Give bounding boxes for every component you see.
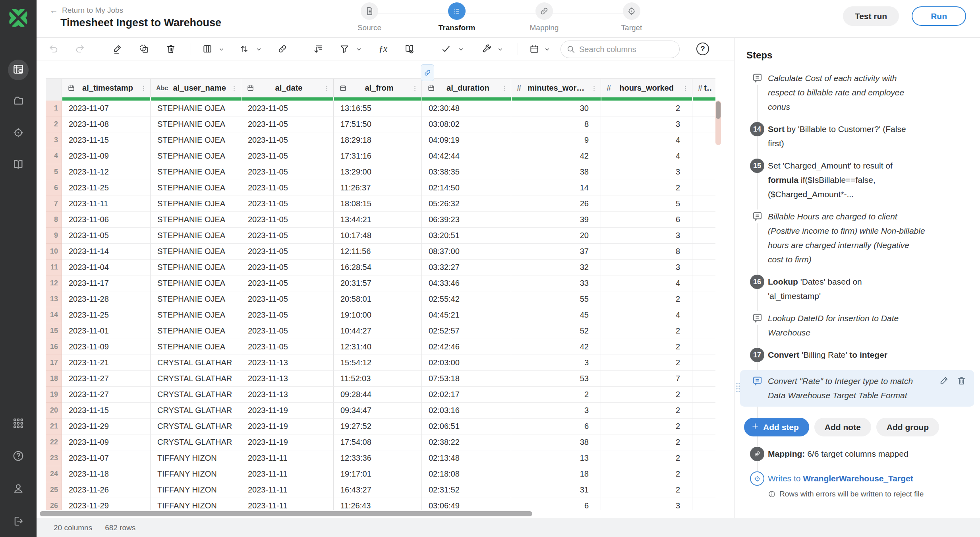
cell-al_duration[interactable]: 02:52:57 [422, 323, 511, 339]
row-number[interactable]: 22 [46, 434, 62, 450]
cell-al_date[interactable]: 2023-11-19 [241, 419, 334, 434]
cell-al_timestamp[interactable]: 2023-11-09 [62, 434, 151, 450]
writes-to-link[interactable]: Writes to WranglerWarehouse_Target [768, 474, 913, 483]
cell-al_user_name[interactable]: CRYSTAL GLATHAR [151, 419, 241, 434]
cell-minutes_wor…[interactable]: 32 [511, 260, 601, 275]
add-note-button[interactable]: Add note [814, 418, 871, 436]
cell-al_user_name[interactable]: STEPHANIE OJEA [151, 148, 241, 164]
cell-minutes_wor…[interactable]: 37 [511, 244, 601, 260]
row-number[interactable]: 8 [46, 212, 62, 228]
cell-tot[interactable] [692, 291, 715, 307]
duplicate-icon[interactable] [137, 42, 151, 56]
cell-al_user_name[interactable]: CRYSTAL GLATHAR [151, 387, 241, 403]
cell-al_duration[interactable]: 04:09:19 [422, 132, 511, 148]
cell-al_date[interactable]: 2023-11-05 [241, 228, 334, 244]
sidebar-item-help[interactable] [11, 450, 25, 464]
row-number[interactable]: 7 [46, 196, 62, 212]
cell-al_date[interactable]: 2023-11-05 [241, 132, 334, 148]
cell-al_timestamp[interactable]: 2023-11-01 [62, 323, 151, 339]
cell-al_user_name[interactable]: STEPHANIE OJEA [151, 212, 241, 228]
search-columns-input[interactable] [561, 41, 680, 58]
cell-al_timestamp[interactable]: 2023-11-15 [62, 403, 151, 419]
row-number[interactable]: 17 [46, 355, 62, 371]
cell-hours_worked[interactable]: 2 [601, 466, 692, 482]
help-icon[interactable] [696, 43, 709, 55]
cell-tot[interactable] [692, 498, 715, 510]
cell-minutes_wor…[interactable]: 13 [511, 450, 601, 466]
cell-al_date[interactable]: 2023-11-05 [241, 323, 334, 339]
cell-al_user_name[interactable]: STEPHANIE OJEA [151, 275, 241, 291]
cell-hours_worked[interactable]: 2 [601, 434, 692, 450]
add-group-button[interactable]: Add group [876, 418, 939, 436]
row-number[interactable]: 4 [46, 148, 62, 164]
cell-al_date[interactable]: 2023-11-05 [241, 116, 334, 132]
brand-clover-logo-icon[interactable] [7, 6, 30, 29]
cell-minutes_wor…[interactable]: 42 [511, 148, 601, 164]
row-number[interactable]: 21 [46, 419, 62, 434]
cell-minutes_wor…[interactable]: 55 [511, 291, 601, 307]
column-menu-kebab-icon[interactable] [682, 84, 689, 93]
cell-al_date[interactable]: 2023-11-11 [241, 498, 334, 510]
cell-al_from[interactable]: 12:33:36 [334, 450, 422, 466]
column-header-al_from[interactable]: al_from [334, 79, 422, 97]
cell-minutes_wor…[interactable]: 18 [511, 466, 601, 482]
cell-al_user_name[interactable]: TIFFANY HIZON [151, 450, 241, 466]
sidebar-item-projects[interactable] [8, 91, 29, 112]
cell-minutes_wor…[interactable]: 31 [511, 482, 601, 498]
step-note[interactable]: Calculate Cost of each activity withresp… [735, 71, 980, 114]
cell-al_duration[interactable]: 02:14:50 [422, 180, 511, 196]
cell-al_user_name[interactable]: STEPHANIE OJEA [151, 291, 241, 307]
cell-al_timestamp[interactable]: 2023-11-25 [62, 307, 151, 323]
cell-al_date[interactable]: 2023-11-05 [241, 275, 334, 291]
cell-al_timestamp[interactable]: 2023-11-21 [62, 355, 151, 371]
lookup-book-icon[interactable] [402, 42, 416, 56]
cell-al_date[interactable]: 2023-11-19 [241, 434, 334, 450]
selected-note-card[interactable]: Convert "Rate" to Integer type to matchD… [740, 370, 974, 407]
cell-hours_worked[interactable]: 2 [601, 387, 692, 403]
tab-target[interactable]: Target [588, 2, 675, 32]
cell-minutes_wor…[interactable]: 26 [511, 196, 601, 212]
cell-al_date[interactable]: 2023-11-11 [241, 466, 334, 482]
cell-al_timestamp[interactable]: 2023-11-29 [62, 498, 151, 510]
column-header-al_timestamp[interactable]: al_timestamp [62, 79, 151, 97]
edit-note-icon[interactable] [939, 376, 949, 386]
step-16[interactable]: 16Lookup 'Dates' based on'al_timestamp' [735, 275, 980, 303]
group-rows-icon[interactable] [312, 42, 325, 56]
cell-minutes_wor…[interactable]: 3 [511, 403, 601, 419]
step-15[interactable]: 15Set 'Charged_Amount' to result offormu… [735, 159, 980, 202]
cell-al_date[interactable]: 2023-11-13 [241, 371, 334, 387]
cell-al_from[interactable]: 11:26:37 [334, 180, 422, 196]
cell-al_from[interactable]: 12:31:40 [334, 339, 422, 355]
cell-al_from[interactable]: 10:17:48 [334, 228, 422, 244]
cell-al_user_name[interactable]: STEPHANIE OJEA [151, 196, 241, 212]
cell-al_date[interactable]: 2023-11-05 [241, 148, 334, 164]
row-number[interactable]: 25 [46, 482, 62, 498]
cell-al_user_name[interactable]: STEPHANIE OJEA [151, 228, 241, 244]
row-number[interactable]: 14 [46, 307, 62, 323]
row-number[interactable]: 15 [46, 323, 62, 339]
cell-minutes_wor…[interactable]: 42 [511, 339, 601, 355]
cell-al_user_name[interactable]: TIFFANY HIZON [151, 466, 241, 482]
cell-al_user_name[interactable]: STEPHANIE OJEA [151, 339, 241, 355]
horizontal-scrollbar[interactable] [40, 511, 532, 516]
cell-al_timestamp[interactable]: 2023-11-17 [62, 275, 151, 291]
cell-al_from[interactable]: 15:54:12 [334, 355, 422, 371]
delete-trash-icon[interactable] [164, 42, 178, 56]
cell-hours_worked[interactable]: 2 [601, 419, 692, 434]
cell-al_duration[interactable]: 02:03:16 [422, 403, 511, 419]
cell-al_from[interactable]: 13:44:21 [334, 212, 422, 228]
mapping-summary-row[interactable]: Mapping: 6/6 target columns mapped [750, 447, 980, 461]
cell-tot[interactable] [692, 101, 715, 116]
chevron-down-icon[interactable] [497, 46, 504, 53]
tab-source[interactable]: Source [326, 2, 413, 32]
cell-hours_worked[interactable]: 2 [601, 180, 692, 196]
column-menu-kebab-icon[interactable] [501, 84, 508, 93]
row-number[interactable]: 2 [46, 116, 62, 132]
cell-hours_worked[interactable]: 2 [601, 403, 692, 419]
cell-tot[interactable] [692, 371, 715, 387]
row-number[interactable]: 20 [46, 403, 62, 419]
cell-al_timestamp[interactable]: 2023-11-27 [62, 371, 151, 387]
cell-al_from[interactable]: 13:29:00 [334, 164, 422, 180]
step-14[interactable]: 14Sort by 'Billable to Customer?' (False… [735, 122, 980, 151]
cell-al_duration[interactable]: 02:42:46 [422, 339, 511, 355]
